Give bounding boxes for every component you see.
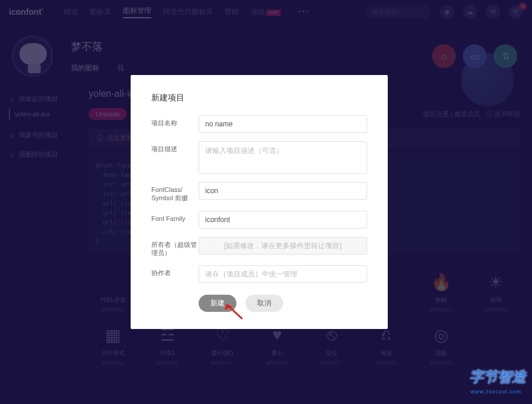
- label-owner: 所有者（超级管理员）: [151, 237, 199, 258]
- watermark-url: www.zsxcool.com: [471, 389, 521, 395]
- input-family[interactable]: [199, 211, 367, 229]
- label-collab: 协作者: [151, 265, 199, 277]
- create-button[interactable]: 新建: [199, 295, 236, 312]
- input-owner: [199, 237, 367, 255]
- create-project-modal: 新建项目 项目名称 项目描述 FontClass/ Symbol 前缀 Font…: [131, 75, 388, 329]
- input-name[interactable]: [199, 115, 367, 133]
- label-desc: 项目描述: [151, 141, 199, 153]
- label-name: 项目名称: [151, 115, 199, 127]
- input-collab[interactable]: [199, 265, 367, 283]
- cancel-button[interactable]: 取消: [245, 295, 283, 312]
- label-family: Font Family: [151, 211, 199, 223]
- watermark: 字节智造: [469, 367, 526, 386]
- label-prefix: FontClass/ Symbol 前缀: [151, 182, 199, 203]
- input-prefix[interactable]: [199, 182, 367, 200]
- input-desc[interactable]: [199, 141, 367, 174]
- modal-title: 新建项目: [151, 93, 367, 103]
